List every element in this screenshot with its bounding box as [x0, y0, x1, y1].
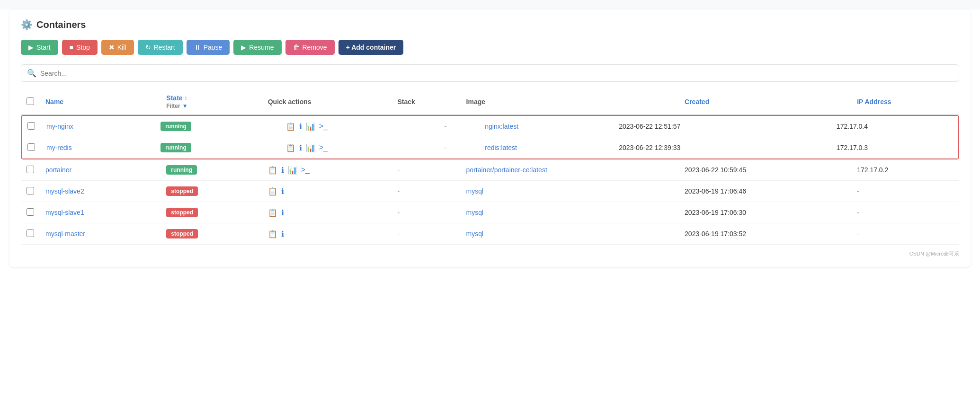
- search-bar: 🔍: [21, 64, 959, 82]
- row-checkbox-my-nginx[interactable]: [27, 122, 35, 130]
- table-row: my-redisrunning📋ℹ📊>_-redis:latest2023-06…: [22, 137, 958, 159]
- created-mysql-slave1: 2023-06-19 17:06:30: [679, 202, 851, 223]
- resume-button[interactable]: ▶ Resume: [233, 40, 281, 55]
- table-row: mysql-slave2stopped📋ℹ-mysql2023-06-19 17…: [21, 181, 959, 202]
- logs-icon-portainer[interactable]: 📋: [268, 166, 277, 175]
- select-all-checkbox[interactable]: [27, 97, 34, 105]
- logs-icon-my-nginx[interactable]: 📋: [286, 122, 295, 131]
- state-badge-my-redis: running: [160, 143, 191, 152]
- state-badge-mysql-slave2: stopped: [166, 186, 198, 196]
- search-icon: 🔍: [27, 69, 36, 78]
- stack-mysql-master: -: [392, 223, 461, 245]
- info-icon-my-redis[interactable]: ℹ: [299, 143, 302, 152]
- image-mysql-slave2[interactable]: mysql: [466, 187, 484, 195]
- stats-icon-my-redis[interactable]: 📊: [306, 143, 315, 152]
- col-created-header: Created: [685, 98, 709, 106]
- watermark: CSDN @Micro麦可乐: [21, 250, 959, 257]
- console-icon-my-nginx[interactable]: >_: [319, 122, 328, 131]
- stats-icon-my-nginx[interactable]: 📊: [306, 122, 315, 131]
- table-row: mysql-masterstopped📋ℹ-mysql2023-06-19 17…: [21, 223, 959, 245]
- stack-mysql-slave2: -: [392, 181, 461, 202]
- created-my-nginx: 2023-06-22 12:51:57: [613, 116, 831, 137]
- stop-icon: ■: [70, 44, 73, 51]
- info-icon-my-nginx[interactable]: ℹ: [299, 122, 302, 131]
- info-icon-mysql-slave2[interactable]: ℹ: [281, 187, 284, 196]
- stats-icon-portainer[interactable]: 📊: [288, 166, 297, 175]
- container-name-mysql-slave1[interactable]: mysql-slave1: [45, 209, 84, 216]
- quick-actions-mysql-master: 📋ℹ: [268, 229, 386, 238]
- search-input[interactable]: [40, 70, 182, 77]
- container-name-my-redis[interactable]: my-redis: [46, 144, 72, 151]
- console-icon-portainer[interactable]: >_: [301, 166, 310, 174]
- table-row: mysql-slave1stopped📋ℹ-mysql2023-06-19 17…: [21, 202, 959, 223]
- info-icon-mysql-master[interactable]: ℹ: [281, 229, 284, 238]
- container-name-mysql-master[interactable]: mysql-master: [45, 230, 85, 238]
- created-portainer: 2023-06-22 10:59:45: [679, 159, 851, 181]
- image-mysql-slave1[interactable]: mysql: [466, 209, 484, 216]
- containers-table: Name State ↕ Filter ▼ Qu: [21, 89, 959, 245]
- image-my-redis[interactable]: redis:latest: [485, 144, 517, 151]
- kill-button[interactable]: ✖ Kill: [101, 40, 134, 55]
- ip-mysql-master: -: [851, 223, 959, 245]
- containers-icon: ⚙️: [21, 19, 33, 30]
- remove-icon: 🗑: [293, 44, 300, 51]
- col-ip-header: IP Address: [857, 98, 891, 106]
- filter-label: Filter: [166, 103, 180, 109]
- logs-icon-mysql-slave2[interactable]: 📋: [268, 187, 277, 196]
- stack-my-nginx: -: [439, 116, 480, 137]
- container-name-my-nginx[interactable]: my-nginx: [46, 123, 73, 130]
- created-mysql-master: 2023-06-19 17:03:52: [679, 223, 851, 245]
- state-badge-mysql-master: stopped: [166, 229, 198, 238]
- logs-icon-my-redis[interactable]: 📋: [286, 143, 295, 152]
- ip-my-redis: 172.17.0.3: [831, 137, 958, 159]
- stop-button[interactable]: ■ Stop: [62, 40, 98, 55]
- page-title: ⚙️ Containers: [21, 19, 959, 30]
- add-container-button[interactable]: + Add container: [339, 40, 404, 55]
- logs-icon-mysql-master[interactable]: 📋: [268, 229, 277, 238]
- ip-portainer: 172.17.0.2: [851, 159, 959, 181]
- table-row: portainerrunning📋ℹ📊>_-portainer/portaine…: [21, 159, 959, 181]
- image-portainer[interactable]: portainer/portainer-ce:latest: [466, 166, 547, 174]
- quick-actions-portainer: 📋ℹ📊>_: [268, 166, 386, 175]
- quick-actions-my-nginx: 📋ℹ📊>_: [286, 122, 433, 131]
- info-icon-portainer[interactable]: ℹ: [281, 166, 284, 175]
- created-mysql-slave2: 2023-06-19 17:06:46: [679, 181, 851, 202]
- image-my-nginx[interactable]: nginx:latest: [485, 123, 518, 130]
- ip-mysql-slave1: -: [851, 202, 959, 223]
- kill-icon: ✖: [109, 44, 115, 51]
- stack-mysql-slave1: -: [392, 202, 461, 223]
- toolbar: ▶ Start ■ Stop ✖ Kill ↻ Restart ⏸ Pause …: [21, 40, 959, 55]
- row-checkbox-portainer[interactable]: [27, 166, 34, 173]
- ip-mysql-slave2: -: [851, 181, 959, 202]
- state-badge-portainer: running: [166, 165, 197, 175]
- logs-icon-mysql-slave1[interactable]: 📋: [268, 208, 277, 217]
- sort-icon[interactable]: ↕: [185, 95, 187, 101]
- restart-button[interactable]: ↻ Restart: [138, 40, 183, 55]
- stack-portainer: -: [392, 159, 461, 181]
- info-icon-mysql-slave1[interactable]: ℹ: [281, 208, 284, 217]
- remove-button[interactable]: 🗑 Remove: [285, 40, 335, 55]
- ip-my-nginx: 172.17.0.4: [831, 116, 958, 137]
- pause-button[interactable]: ⏸ Pause: [187, 40, 230, 55]
- start-icon: ▶: [28, 44, 34, 51]
- row-checkbox-mysql-slave1[interactable]: [27, 208, 34, 216]
- row-checkbox-my-redis[interactable]: [27, 143, 35, 151]
- state-badge-my-nginx: running: [160, 122, 191, 131]
- col-quick-actions-header: Quick actions: [268, 98, 312, 106]
- console-icon-my-redis[interactable]: >_: [319, 143, 328, 152]
- container-name-mysql-slave2[interactable]: mysql-slave2: [45, 187, 84, 195]
- image-mysql-master[interactable]: mysql: [466, 230, 484, 238]
- col-state-header: State: [166, 94, 182, 102]
- stack-my-redis: -: [439, 137, 480, 159]
- row-checkbox-mysql-slave2[interactable]: [27, 187, 34, 194]
- container-name-portainer[interactable]: portainer: [45, 166, 71, 174]
- col-image-header: Image: [466, 98, 485, 106]
- table-row: my-nginxrunning📋ℹ📊>_-nginx:latest2023-06…: [22, 116, 958, 137]
- filter-icon[interactable]: ▼: [182, 103, 188, 109]
- created-my-redis: 2023-06-22 12:39:33: [613, 137, 831, 159]
- pause-icon: ⏸: [194, 44, 201, 51]
- row-checkbox-mysql-master[interactable]: [27, 229, 34, 237]
- state-badge-mysql-slave1: stopped: [166, 208, 198, 217]
- quick-actions-mysql-slave1: 📋ℹ: [268, 208, 386, 217]
- start-button[interactable]: ▶ Start: [21, 40, 58, 55]
